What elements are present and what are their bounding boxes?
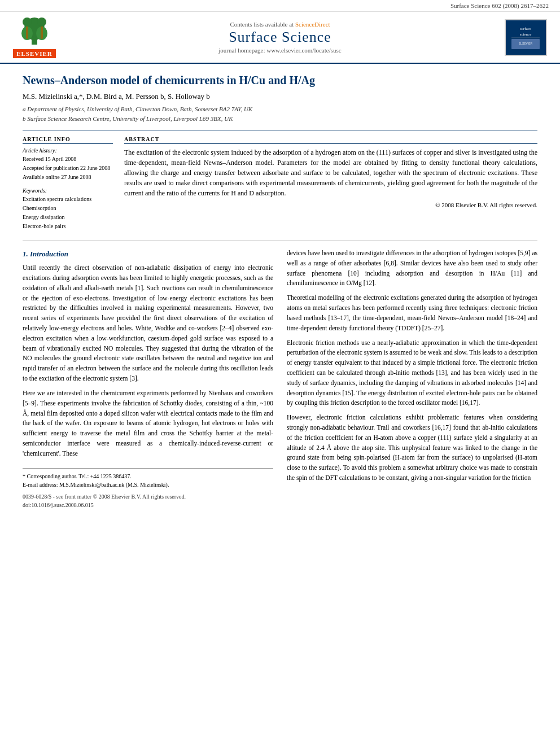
journal-title: Surface Science <box>229 29 331 46</box>
abstract-section: ABSTRACT The excitation of the electroni… <box>124 136 537 231</box>
right-para-3: Electronic friction methods use a nearly… <box>287 338 537 409</box>
footnote-email: E-mail address: M.S.Mizielinski@bath.ac.… <box>23 480 273 489</box>
authors-text: M.S. Mizielinski a,*, D.M. Bird a, M. Pe… <box>23 92 210 101</box>
history-label: Article history: <box>23 147 113 154</box>
journal-center: Contents lists available at ScienceDirec… <box>67 16 493 58</box>
top-bar: Surface Science 602 (2008) 2617–2622 <box>0 0 560 12</box>
footer-issn: 0039-6028/$ - see front matter © 2008 El… <box>23 492 273 510</box>
introduction-heading: 1. Introduction <box>23 248 273 260</box>
footnote-star: * Corresponding author. Tel.: +44 1225 3… <box>23 472 273 480</box>
elsevier-logo-area: ELSEVIER <box>9 16 60 58</box>
sciencedirect-anchor[interactable]: ScienceDirect <box>295 21 330 28</box>
article-dates: Received 15 April 2008 Accepted for publ… <box>23 155 113 182</box>
main-columns: 1. Introduction Until recently the direc… <box>23 248 537 510</box>
article-info-title: ARTICLE INFO <box>23 136 113 144</box>
keyword-4: Electron-hole pairs <box>23 222 113 231</box>
available-date: Available online 27 June 2008 <box>23 173 113 182</box>
article-info-abstract: ARTICLE INFO Article history: Received 1… <box>23 130 537 231</box>
affiliations: a Department of Physics, University of B… <box>23 104 537 123</box>
keyword-1: Excitation spectra calculations <box>23 195 113 204</box>
affiliation-b: b Surface Science Research Centre, Unive… <box>23 114 537 124</box>
right-para-2: Theoretical modelling of the electronic … <box>287 293 537 333</box>
left-column: 1. Introduction Until recently the direc… <box>23 248 273 510</box>
svg-text:ELSEVIER: ELSEVIER <box>519 42 533 45</box>
article-info-panel: ARTICLE INFO Article history: Received 1… <box>23 136 113 231</box>
svg-point-6 <box>23 18 32 27</box>
svg-point-7 <box>37 18 46 27</box>
keyword-3: Energy dissipation <box>23 213 113 222</box>
accepted-date: Accepted for publication 22 June 2008 <box>23 164 113 173</box>
journal-citation: Surface Science 602 (2008) 2617–2622 <box>450 2 549 9</box>
right-column: devices have been used to investigate di… <box>287 248 537 510</box>
intro-para-2: Here we are interested in the chemicurre… <box>23 388 273 459</box>
article-title: Newns–Anderson model of chemicurrents in… <box>23 73 537 88</box>
journal-logo-right: surface science ELSEVIER <box>500 16 551 58</box>
abstract-copyright: © 2008 Elsevier B.V. All rights reserved… <box>124 202 537 208</box>
badge-icon: surface science ELSEVIER <box>509 23 542 51</box>
footnotes: * Corresponding author. Tel.: +44 1225 3… <box>23 468 273 489</box>
svg-text:surface: surface <box>520 27 531 31</box>
affiliation-a: a Department of Physics, University of B… <box>23 104 537 114</box>
page: Surface Science 602 (2008) 2617–2622 ELS… <box>0 0 560 747</box>
intro-para-1: Until recently the direct observation of… <box>23 263 273 384</box>
authors: M.S. Mizielinski a,*, D.M. Bird a, M. Pe… <box>23 92 537 101</box>
svg-text:science: science <box>520 32 532 37</box>
received-date: Received 15 April 2008 <box>23 155 113 164</box>
abstract-title: ABSTRACT <box>124 136 537 144</box>
sciencedirect-link: Contents lists available at ScienceDirec… <box>230 21 330 28</box>
keyword-2: Chemisorption <box>23 204 113 213</box>
keywords-label: Keywords: <box>23 187 113 194</box>
content-divider <box>23 240 537 241</box>
journal-homepage: journal homepage: www.elsevier.com/locat… <box>218 47 341 54</box>
article-content: Newns–Anderson model of chemicurrents in… <box>0 64 560 521</box>
right-para-4: However, electronic friction calculation… <box>287 413 537 483</box>
keywords-list: Excitation spectra calculations Chemisor… <box>23 195 113 231</box>
abstract-text: The excitation of the electronic system … <box>124 147 537 198</box>
right-para-1: devices have been used to investigate di… <box>287 248 537 289</box>
elsevier-label: ELSEVIER <box>13 49 56 58</box>
elsevier-tree-icon <box>15 16 54 47</box>
journal-header: ELSEVIER Contents lists available at Sci… <box>0 12 560 64</box>
surface-science-badge: surface science ELSEVIER <box>505 19 547 56</box>
